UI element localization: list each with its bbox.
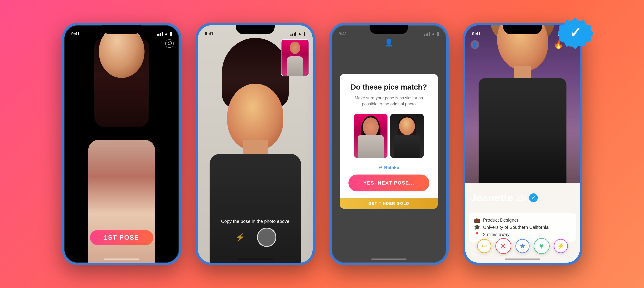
phone2-shutter-button[interactable] [257, 228, 276, 247]
job-icon: 💼 [474, 217, 480, 223]
phone3-next-pose-button[interactable]: YES, NEXT POSE... [348, 174, 429, 191]
phone2-wifi-icon: ▲ [298, 31, 302, 36]
phone4-photo-overlay [465, 131, 580, 183]
phone3-modal-card: Do these pics match? Make sure your pose… [340, 74, 438, 209]
phone-4: 9:41 ▲ ▮ [463, 23, 582, 265]
phone4-name: Jeanette [470, 192, 513, 204]
mp1-head [363, 117, 379, 137]
phone1-status-icons: ▲ ▮ [157, 31, 172, 36]
phone3-photos-comparison [348, 114, 429, 158]
signal-bar-2 [426, 33, 427, 36]
like-icon: ♥ [539, 242, 544, 251]
school-icon: 🎓 [474, 224, 480, 230]
nope-icon: ✕ [500, 242, 506, 251]
phone1-notch [102, 25, 141, 34]
signal-bar-2 [158, 33, 160, 36]
phone-2: 9:41 ▲ ▮ [196, 23, 315, 265]
signal-bar-4 [295, 32, 296, 36]
phone4-nope-button[interactable]: ✕ [496, 238, 511, 254]
phone4-job-title: Product Designer [483, 217, 518, 223]
phone2-thumbnail-inner [282, 40, 308, 76]
phone1-wifi-icon: ▲ [164, 31, 168, 36]
phone4-school-row: 🎓 University of Southern California [474, 224, 571, 230]
retake-icon: ↩ [378, 165, 382, 170]
phone4-rewind-button[interactable]: ↩ [477, 239, 491, 253]
phone2-thumbnail-preview [281, 39, 309, 76]
signal-bar-1 [157, 34, 158, 36]
phone4-wrapper: 9:41 ▲ ▮ [463, 23, 582, 265]
phone3-status-icons: ▲ ▮ [424, 31, 439, 36]
phone4-job-row: 💼 Product Designer [474, 217, 571, 223]
signal-bar-3 [160, 33, 161, 36]
phone4-woman-neck [514, 66, 531, 80]
phone3-captured-photo [390, 114, 424, 158]
phone4-verified-badge: ✓ [529, 193, 538, 202]
phone3-modal-subtitle: Make sure your pose is as similar as pos… [348, 95, 429, 107]
phone3-person-icon: 👤 [384, 38, 393, 47]
phone2-home-indicator [238, 259, 273, 260]
phone4-university: University of Southern California [483, 225, 549, 230]
mp2-head [399, 117, 415, 135]
phone3-home-indicator [371, 259, 406, 260]
phone4-profile-details: 💼 Product Designer 🎓 University of South… [469, 213, 576, 242]
phone4-action-buttons: ↩ ✕ ★ ♥ ⚡ [465, 238, 580, 254]
phone3-notch [370, 25, 408, 34]
phone4-notch [503, 25, 542, 34]
star-icon: ★ [519, 242, 526, 250]
phone4-star-button[interactable]: ★ [516, 239, 530, 253]
phone1-info-button[interactable]: ⓘ [165, 39, 174, 48]
phone3-get-gold-bar[interactable]: GET TINDER GOLD [340, 198, 438, 209]
phone3-wifi-icon: ▲ [431, 31, 436, 36]
verified-check-icon: ✓ [531, 195, 535, 201]
phone4-location-row: 📍 2 miles away [474, 232, 571, 238]
phone2-signal [290, 32, 296, 36]
mp1-body [358, 135, 384, 158]
phone-3: 9:41 ▲ ▮ 👤 Do these pics match? Make sur… [329, 23, 449, 265]
signal-bar-4 [429, 32, 430, 36]
phone4-boost-button[interactable]: ⚡ [554, 239, 568, 253]
signal-bar-3 [294, 33, 295, 36]
thumb-body [287, 56, 303, 76]
rewind-icon: ↩ [482, 242, 487, 250]
mp2-body [394, 135, 420, 158]
big-verified-badge-container: ✓ [558, 16, 593, 51]
info-icon: ⓘ [168, 41, 172, 46]
boost-icon: ⚡ [557, 242, 565, 250]
phone4-age: 26 [516, 193, 526, 203]
badge-checkmark: ✓ [569, 25, 581, 40]
phone-1: 9:41 ▲ ▮ ⓘ [62, 23, 182, 265]
phone2-flash-button[interactable]: ⚡ [234, 231, 246, 243]
signal-bar-1 [290, 34, 292, 36]
phone4-home-indicator [505, 259, 540, 260]
phone4-distance: 2 miles away [483, 232, 510, 237]
phone3-time: 9:41 [338, 31, 347, 36]
phone2-battery-icon: ▮ [303, 31, 306, 36]
location-icon: 📍 [474, 232, 480, 238]
big-verified-badge-svg: ✓ [558, 16, 593, 51]
phone4-time: 9:41 [472, 31, 481, 36]
flash-icon: ⚡ [236, 233, 245, 242]
avatar-icon: 👤 [472, 42, 478, 48]
phone3-retake-button[interactable]: ↩ Retake [348, 165, 429, 170]
phone4-screen: 👤 🔥 ⚙ Jeanette 26 [465, 25, 580, 263]
phone3-signal [424, 32, 430, 36]
retake-label: Retake [384, 165, 399, 170]
signal-bar-2 [292, 33, 293, 36]
phone2-time: 9:41 [205, 31, 214, 36]
signal-bar-3 [427, 33, 428, 36]
phone3-battery-icon: ▮ [437, 31, 439, 36]
phone2-status-icons: ▲ ▮ [290, 31, 306, 36]
phone1-home-indicator [104, 259, 139, 260]
phone1-signal [157, 32, 163, 36]
phone2-notch [236, 25, 274, 34]
phone2-camera-controls: ⚡ [198, 228, 312, 247]
phone3-modal-title: Do these pics match? [348, 83, 429, 91]
phone1-pose-badge[interactable]: 1ST POSE [90, 230, 153, 245]
phone4-avatar-icon[interactable]: 👤 [470, 40, 479, 49]
phone3-original-photo [354, 114, 388, 158]
phone4-like-button[interactable]: ♥ [534, 238, 550, 254]
signal-bar-1 [424, 34, 425, 36]
phone2-camera-hint: Copy the pose in the photo above [198, 219, 312, 224]
phone1-time: 9:41 [72, 31, 80, 36]
phone1-battery-icon: ▮ [170, 31, 172, 36]
